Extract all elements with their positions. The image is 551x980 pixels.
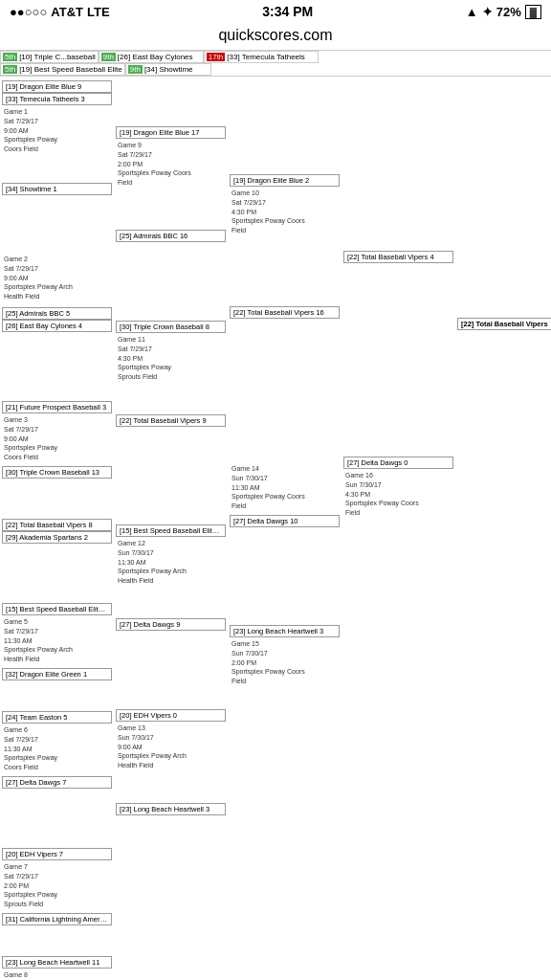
r2-team2: [25] Admirals BBC 16 <box>116 230 226 242</box>
game11-detail: Game 11Sat 7/29/174:30 PMSportsplex Powa… <box>116 335 226 382</box>
r2-team5: [15] Best Speed Baseball Elite 3 <box>116 524 226 537</box>
game7-detail: Game 7Sat 7/29/172:00 PMSportsplex Poway… <box>2 862 112 909</box>
r1-team16: [23] Long Beach Heartwell 11 <box>2 956 112 969</box>
r1-team1: [19] Dragon Elite Blue 9 <box>2 80 112 93</box>
game5-detail: Game 5Sat 7/29/1711:30 AMSportsplex Powa… <box>2 617 112 664</box>
r1-team4: [25] Admirals BBC 5 <box>2 307 112 320</box>
round-4: [22] Total Baseball Vipers 4 [27] Delta … <box>343 78 453 980</box>
r1-team3: [34] Showtime 1 <box>2 183 112 195</box>
game15-detail: Game 15Sun 7/30/172:00 PMSportsplex Powa… <box>230 639 340 686</box>
game6-detail: Game 6Sat 7/29/1711:30 AMSportsplex Powa… <box>2 725 112 772</box>
r2-team7: [20] EDH Vipers 0 <box>116 709 226 722</box>
time: 3:34 PM <box>262 4 313 19</box>
round-1: [19] Dragon Elite Blue 9 [33] Temecula T… <box>2 78 112 980</box>
r3-team1: [19] Dragon Elite Blue 2 <box>230 174 340 187</box>
r1-team6: [21] Future Prospect Baseball 3 <box>2 401 112 413</box>
r1-team7: [30] Triple Crown Baseball 13 <box>2 466 112 479</box>
round-2: [19] Dragon Elite Blue 17 Game 9Sat 7/29… <box>116 78 226 980</box>
game9-detail: Game 9Sat 7/29/172:00 PMSportsplex Poway… <box>116 141 226 188</box>
bluetooth-icon: ✦ <box>482 5 493 19</box>
r2-team1: [19] Dragon Elite Blue 17 <box>116 126 226 139</box>
carrier: AT&T <box>51 5 83 19</box>
location-icon: ▲ <box>466 5 478 19</box>
r1-team11: [32] Dragon Elite Green 1 <box>2 668 112 680</box>
game8-detail: Game 8Sat 7/29/172:00 PMSportsplex Poway… <box>2 970 112 980</box>
r4-team2: [27] Delta Dawgs 0 <box>343 457 453 469</box>
r1-team5: [26] East Bay Cylones 4 <box>2 320 112 332</box>
r1-team15: [31] California Lightning American 2 <box>2 913 112 925</box>
r1-team2: [33] Temecula Tatheels 3 <box>2 93 112 105</box>
r3-team3: [27] Delta Dawgs 10 <box>230 515 340 527</box>
round-3: [19] Dragon Elite Blue 2 Game 10Sat 7/29… <box>230 78 340 980</box>
game3-detail: Game 3Sat 7/29/179:00 AMSportsplex Poway… <box>2 415 112 462</box>
battery: 72% <box>496 5 521 19</box>
status-bar: ●●○○○ AT&T LTE 3:34 PM ▲ ✦ 72% ▓ <box>0 0 551 23</box>
game12-detail: Game 12Sun 7/30/1711:30 AMSportsplex Pow… <box>116 539 226 586</box>
champion: [22] Total Baseball Vipers <box>457 318 551 330</box>
r2-team3: [30] Triple Crown Baseball 8 <box>116 321 226 333</box>
network: LTE <box>87 5 110 19</box>
bracket-main: [19] Dragon Elite Blue 9 [33] Temecula T… <box>0 77 551 980</box>
r1-team8: [22] Total Baseball Vipers 8 <box>2 519 112 531</box>
r1-team10: [15] Best Speed Baseball Elite 9 <box>2 603 112 615</box>
site-header: quickscores.com <box>0 23 551 51</box>
r3-team4: [23] Long Beach Heartwell 3 <box>230 625 340 637</box>
r4-team1: [22] Total Baseball Vipers 4 <box>343 251 453 263</box>
bracket-header: 5th [10] Triple C...baseball 9th [26] Ea… <box>0 51 551 77</box>
battery-icon: ▓ <box>525 5 541 19</box>
game16-detail: Game 16Sun 7/30/174:30 PMSportsplex Powa… <box>343 471 453 518</box>
game13-detail: Game 13Sun 7/30/179:00 AMSportsplex Powa… <box>116 724 226 770</box>
r3-team2: [22] Total Baseball Vipers 16 <box>230 306 340 319</box>
round-5: [22] Total Baseball Vipers <box>457 78 551 980</box>
r1-team13: [27] Delta Dawgs 7 <box>2 776 112 789</box>
game1-detail: Game 1Sat 7/29/179:00 AMSportsplex Poway… <box>2 107 112 154</box>
game14-detail: Game 14Sun 7/30/1711:30 AMSportsplex Pow… <box>230 464 340 511</box>
r2-team8: [23] Long Beach Heartwell 3 <box>116 803 226 815</box>
r1-team12: [24] Team Easton 5 <box>2 711 112 724</box>
r1-team14: [20] EDH Vipers 7 <box>2 848 112 860</box>
r1-team9: [29] Akademia Spartans 2 <box>2 531 112 544</box>
r2-team4: [22] Total Baseball Vipers 9 <box>116 414 226 427</box>
game10-detail: Game 10Sat 7/29/174:30 PMSportsplex Powa… <box>230 189 340 235</box>
signal-dots: ●●○○○ <box>10 5 47 19</box>
r2-team6: [27] Delta Dawgs 9 <box>116 618 226 631</box>
game2-detail: Game 2Sat 7/29/179:00 AMSportsplex Poway… <box>2 255 112 301</box>
